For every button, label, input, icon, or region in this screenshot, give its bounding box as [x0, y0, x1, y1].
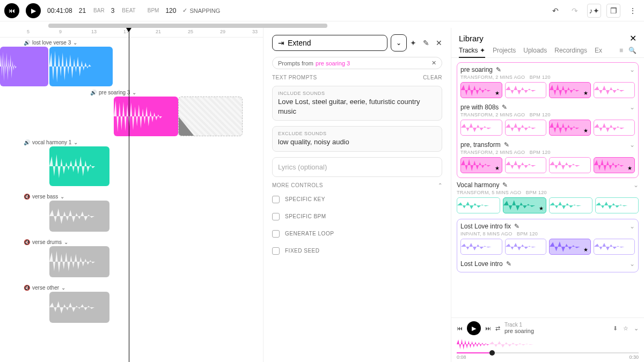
pencil-icon[interactable]: ✎ — [496, 66, 501, 73]
library-clip[interactable]: ★ — [594, 157, 635, 173]
track-label[interactable]: 🔊 lost love verse 3 ⌄ — [24, 40, 263, 46]
track-label[interactable]: 🔇 verse other ⌄ — [24, 285, 263, 291]
close-library-icon[interactable]: ✕ — [630, 33, 636, 43]
star-icon[interactable]: ★ — [495, 165, 500, 171]
star-icon[interactable]: ★ — [583, 128, 588, 134]
library-clip[interactable] — [460, 120, 502, 136]
player-shuffle-icon[interactable]: ⇄ — [495, 325, 500, 332]
close-panel-icon[interactable]: ✕ — [436, 39, 442, 47]
undo-icon[interactable]: ↶ — [548, 4, 562, 18]
star-icon[interactable]: ★ — [539, 205, 544, 211]
tab-tracks[interactable]: Tracks ✦ — [459, 47, 485, 54]
tab-recordings[interactable]: Recordings — [554, 47, 587, 54]
library-clip[interactable] — [505, 157, 547, 173]
library-item[interactable]: pre soaring ✎⌄ — [460, 66, 635, 73]
library-clip[interactable] — [505, 120, 547, 136]
tab-projects[interactable]: Projects — [493, 47, 516, 54]
star-icon[interactable]: ★ — [627, 165, 632, 171]
player-waveform[interactable] — [457, 337, 639, 351]
library-clip[interactable] — [594, 239, 635, 255]
clear-button[interactable]: CLEAR — [423, 75, 442, 80]
player-next-icon[interactable]: ⏭ — [485, 325, 491, 331]
tab-uploads[interactable]: Uploads — [523, 47, 547, 54]
library-clip[interactable]: ★ — [549, 120, 591, 136]
clip-extend-region[interactable] — [178, 97, 243, 136]
star-icon[interactable]: ★ — [583, 90, 588, 96]
library-clip[interactable] — [549, 157, 591, 173]
player-prev-icon[interactable]: ⏮ — [457, 325, 463, 331]
track-label[interactable]: 🔇 verse bass ⌄ — [24, 194, 263, 200]
search-icon[interactable]: 🔍 — [628, 47, 636, 54]
track-label[interactable]: 🔇 verse drums ⌄ — [24, 239, 263, 245]
star-icon[interactable]: ★ — [583, 247, 588, 253]
clip-verse-other[interactable] — [49, 292, 109, 323]
library-clip[interactable] — [460, 239, 502, 255]
tab-more[interactable]: Ex — [595, 47, 602, 54]
sparkle-icon[interactable]: ✦ — [410, 39, 416, 47]
pencil-icon[interactable]: ✎ — [514, 223, 519, 230]
clip-vocal-harmony[interactable] — [49, 146, 109, 186]
library-item-meta: TRANSFORM, 2 MINS AGO — [460, 75, 525, 80]
clip-verse-bass[interactable] — [49, 201, 109, 232]
library-clip[interactable]: ★ — [503, 197, 546, 213]
player-seek[interactable] — [457, 352, 639, 353]
library-clip[interactable] — [457, 197, 500, 213]
clip-lost-love-a[interactable] — [0, 47, 48, 86]
redo-icon[interactable]: ↷ — [568, 4, 582, 18]
clip-verse-drums[interactable] — [49, 246, 109, 277]
pencil-icon[interactable]: ✎ — [504, 141, 509, 149]
library-clip[interactable]: ★ — [460, 82, 502, 98]
timeline-scrollbar[interactable] — [48, 24, 327, 28]
more-menu-icon[interactable]: ⋮ — [626, 4, 640, 18]
library-item[interactable]: Vocal harmony ✎⌄ — [457, 181, 639, 189]
library-clip[interactable] — [595, 197, 639, 213]
extend-button[interactable]: ⇥Extend — [272, 35, 387, 51]
snapping-toggle[interactable]: ✓ SNAPPING — [182, 7, 220, 14]
download-icon[interactable]: ⬇ — [613, 325, 618, 332]
generate-loop-checkbox[interactable]: GENERATE LOOP — [272, 228, 442, 240]
star-icon[interactable]: ☆ — [623, 325, 628, 332]
timeline[interactable]: 5 9 13 17 21 25 29 33 🔊 lost love verse … — [0, 28, 263, 362]
play-button[interactable]: ▶ — [26, 3, 41, 18]
playhead[interactable] — [129, 28, 129, 362]
library-item[interactable]: pre, transform ✎⌄ — [460, 141, 635, 149]
track-label[interactable]: 🔊 vocal harmony 1 ⌄ — [24, 139, 263, 145]
fixed-seed-checkbox[interactable]: FIXED SEED — [272, 245, 442, 257]
include-sounds-input[interactable]: INCLUDE SOUNDS Love Lost, steel guitar, … — [272, 86, 442, 121]
tool-music-icon[interactable]: ♪✦ — [587, 4, 601, 18]
clip-pre-soaring[interactable] — [114, 97, 178, 136]
extend-dropdown[interactable]: ⌄ — [391, 34, 407, 51]
skip-back-button[interactable]: ⏮ — [4, 3, 19, 18]
remove-prompt-source-icon[interactable]: ✕ — [431, 60, 436, 67]
library-item[interactable]: Lost Love intro ✎⌄ — [460, 260, 635, 268]
library-clip[interactable]: ★ — [460, 157, 502, 173]
pencil-icon[interactable]: ✎ — [423, 39, 429, 47]
prompts-from-pill[interactable]: Prompts from pre soaring 3 ✕ — [272, 57, 442, 69]
library-clip[interactable]: ★ — [549, 82, 591, 98]
library-clip[interactable] — [505, 239, 547, 255]
track-label[interactable]: 🔊 pre soaring 3 ⌄ — [90, 90, 263, 95]
library-clip[interactable] — [594, 120, 635, 136]
tool-layers-icon[interactable]: ❐ — [606, 4, 620, 18]
lyrics-input[interactable]: Lyrics (optional) — [272, 157, 442, 177]
specific-bpm-checkbox[interactable]: SPECIFIC BPM — [272, 211, 442, 223]
filter-icon[interactable]: ≡ — [619, 47, 623, 54]
chevron-down-icon[interactable]: ⌄ — [634, 325, 639, 332]
library-clip[interactable] — [505, 82, 547, 98]
clip-lost-love-b[interactable] — [49, 47, 113, 86]
player-play-button[interactable]: ▶ — [467, 321, 481, 335]
exclude-sounds-input[interactable]: EXCLUDE SOUNDS low quality, noisy audio — [272, 126, 442, 152]
library-clip[interactable] — [594, 82, 635, 98]
library-clip[interactable]: ★ — [549, 239, 591, 255]
pencil-icon[interactable]: ✎ — [502, 181, 508, 189]
library-item[interactable]: pre with 808s ✎⌄ — [460, 104, 635, 111]
scroll-thumb[interactable] — [48, 24, 327, 28]
seek-knob[interactable] — [489, 350, 495, 356]
star-icon[interactable]: ★ — [495, 90, 500, 96]
specific-key-checkbox[interactable]: SPECIFIC KEY — [272, 194, 442, 205]
pencil-icon[interactable]: ✎ — [502, 104, 507, 111]
pencil-icon[interactable]: ✎ — [506, 260, 511, 268]
more-controls-toggle[interactable]: MORE CONTROLS ⌃ — [272, 182, 442, 188]
library-clip[interactable] — [549, 197, 592, 213]
library-item[interactable]: Lost Love intro fix ✎⌄ — [460, 223, 635, 230]
